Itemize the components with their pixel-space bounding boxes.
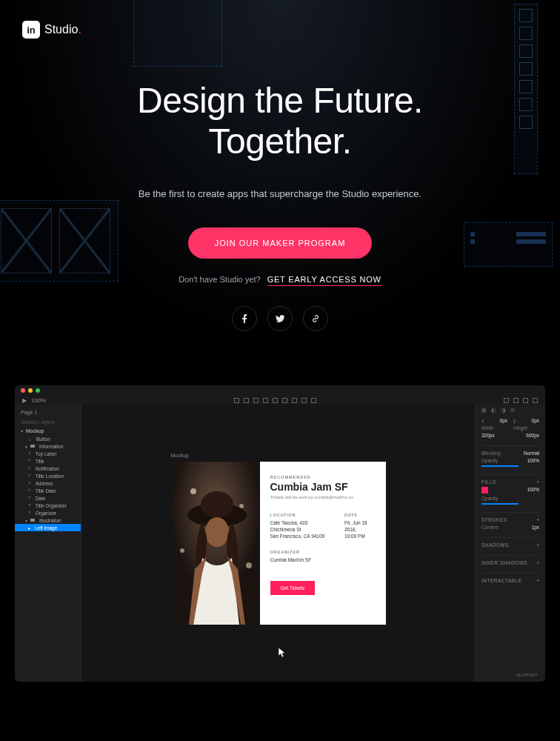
- get-tickets-button[interactable]: Get Tickets: [270, 581, 316, 595]
- tool-icon[interactable]: [533, 398, 538, 403]
- height-value[interactable]: 600px: [526, 433, 539, 438]
- minimize-icon[interactable]: [28, 388, 33, 393]
- layer-item[interactable]: TNotification: [15, 465, 81, 472]
- canvas[interactable]: Mockup: [81, 405, 475, 682]
- add-fill-button[interactable]: +: [536, 479, 539, 485]
- tool-icon[interactable]: [282, 398, 287, 403]
- early-access-prefix: Don't have Studio yet?: [179, 275, 260, 284]
- tool-icon[interactable]: [263, 398, 268, 403]
- support-link[interactable]: SUPPORT: [516, 673, 538, 677]
- tab-icon[interactable]: ⊞: [510, 408, 515, 413]
- zoom-level[interactable]: 100%: [31, 397, 46, 404]
- early-access-link[interactable]: GET EARLY ACCESS NOW: [267, 275, 381, 286]
- layer-item[interactable]: TDate: [15, 494, 81, 502]
- twitter-icon[interactable]: [267, 306, 293, 331]
- hero-content: Design the Future. Together. Be the firs…: [0, 0, 560, 331]
- early-access-row: Don't have Studio yet? GET EARLY ACCESS …: [0, 275, 560, 284]
- layer-item[interactable]: TOrganizer: [15, 509, 81, 516]
- x-value[interactable]: 0px: [500, 418, 507, 423]
- logo-text: Studio.: [44, 23, 81, 36]
- fill-opacity-slider[interactable]: [481, 503, 519, 505]
- layer-item[interactable]: TTitle Organizer: [15, 502, 81, 509]
- social-row: [0, 306, 560, 331]
- blending-value[interactable]: Normal: [524, 451, 539, 456]
- tab-icon[interactable]: ◨: [501, 408, 506, 413]
- layer-button[interactable]: ◇Button: [15, 435, 81, 442]
- hero: in Studio. Design the Future. Together. …: [0, 0, 560, 348]
- tool-icon[interactable]: [504, 398, 509, 403]
- opacity-slider[interactable]: [481, 465, 519, 467]
- tab-icon[interactable]: ◧: [491, 408, 496, 413]
- studio-app: ▶ 100% Page 1 Search Layers ▾Mockup ◇B: [15, 385, 545, 682]
- organizer-value: Cumbia Machín SF: [270, 556, 376, 563]
- date-label: DATE: [344, 513, 376, 517]
- tool-icon[interactable]: [244, 398, 249, 403]
- event-details: RECOMMENDED Cumbia Jam SF Tickets will b…: [260, 462, 386, 625]
- location-value: Cafe Tacuba, 420 Chichimeca St San Franc…: [270, 519, 330, 539]
- tool-icon[interactable]: [273, 398, 278, 403]
- layer-item[interactable]: TTitle Location: [15, 472, 81, 479]
- svg-point-7: [205, 517, 229, 547]
- layer-item[interactable]: TAddress: [15, 479, 81, 487]
- link-icon[interactable]: [303, 306, 328, 331]
- fill-swatch[interactable]: [481, 487, 488, 494]
- inspector-panel: ▦ ◧ ◨ ⊞ x0pxy0px WidthHeight 320px600px …: [475, 405, 545, 682]
- subheadline: Be the first to create apps that superch…: [0, 188, 560, 199]
- cursor-icon: [279, 648, 287, 659]
- play-icon[interactable]: ▶: [22, 397, 27, 404]
- window-controls: [15, 385, 545, 396]
- layer-illustration[interactable]: ▾Illustration: [15, 516, 81, 524]
- page-name[interactable]: Page 1: [15, 408, 81, 417]
- layer-item[interactable]: TTitle: [15, 457, 81, 465]
- tool-icon[interactable]: [523, 398, 528, 403]
- layer-selected[interactable]: ▸Left image: [15, 524, 81, 531]
- close-icon[interactable]: [21, 388, 25, 393]
- y-value[interactable]: 0px: [532, 418, 539, 423]
- event-image: [171, 462, 260, 625]
- svg-point-1: [190, 488, 196, 494]
- maximize-icon[interactable]: [36, 388, 40, 393]
- add-inner-shadow-button[interactable]: +: [536, 560, 539, 565]
- svg-point-3: [180, 548, 184, 553]
- layer-root[interactable]: ▾Mockup: [15, 427, 81, 435]
- search-layers-input[interactable]: Search Layers: [15, 417, 81, 427]
- recommended-label: RECOMMENDED: [270, 475, 376, 479]
- opacity-value[interactable]: 100%: [527, 458, 539, 463]
- logo-badge: in: [22, 21, 40, 39]
- artboard-mockup[interactable]: Mockup: [171, 462, 386, 625]
- facebook-icon[interactable]: [232, 306, 257, 331]
- layer-information[interactable]: ▾Information: [15, 442, 81, 450]
- app-toolbar: ▶ 100%: [15, 396, 545, 405]
- location-label: LOCATION: [270, 513, 330, 517]
- event-subtitle: Tickets will be sent by cumbia@machin.co: [270, 495, 376, 499]
- organizer-label: ORGANIZER: [270, 550, 376, 554]
- join-maker-button[interactable]: JOIN OUR MAKER PROGRAM: [188, 227, 373, 259]
- layer-item[interactable]: TTitle Date: [15, 487, 81, 494]
- width-value[interactable]: 320px: [481, 433, 495, 438]
- tool-icon[interactable]: [301, 398, 307, 403]
- brand-logo[interactable]: in Studio.: [22, 21, 81, 39]
- headline: Design the Future. Together.: [0, 80, 560, 162]
- tool-icon[interactable]: [253, 398, 259, 403]
- tool-icon[interactable]: [292, 398, 297, 403]
- svg-point-6: [201, 491, 233, 518]
- add-interaction-button[interactable]: +: [536, 578, 539, 583]
- add-shadow-button[interactable]: +: [536, 542, 539, 548]
- tool-icon[interactable]: [513, 398, 519, 403]
- event-title: Cumbia Jam SF: [270, 481, 376, 493]
- layer-item[interactable]: TTop Label: [15, 450, 81, 457]
- layers-panel: Page 1 Search Layers ▾Mockup ◇Button ▾In…: [15, 405, 81, 682]
- tab-icon[interactable]: ▦: [481, 408, 487, 413]
- svg-point-4: [246, 562, 252, 568]
- inspector-tabs: ▦ ◧ ◨ ⊞: [481, 408, 539, 413]
- add-stroke-button[interactable]: +: [536, 517, 539, 522]
- tool-icon[interactable]: [234, 398, 239, 403]
- tool-icon[interactable]: [311, 398, 316, 403]
- date-value: Fri, Jun 18 2018, 10:00 PM: [344, 519, 376, 539]
- artboard-label: Mockup: [171, 453, 190, 458]
